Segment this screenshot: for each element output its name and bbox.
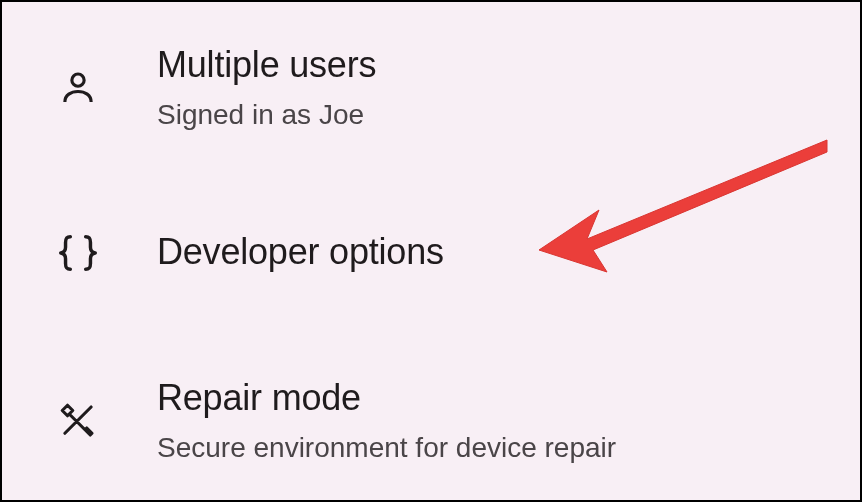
- settings-item-subtitle: Secure environment for device repair: [157, 430, 616, 466]
- user-icon: [50, 60, 105, 115]
- settings-item-text: Multiple users Signed in as Joe: [157, 42, 376, 133]
- settings-item-title: Repair mode: [157, 375, 616, 422]
- tools-icon: [50, 393, 105, 448]
- settings-item-title: Developer options: [157, 229, 444, 276]
- settings-item-developer-options[interactable]: Developer options: [2, 225, 860, 280]
- settings-item-text: Developer options: [157, 229, 444, 276]
- braces-icon: [50, 225, 105, 280]
- settings-item-multiple-users[interactable]: Multiple users Signed in as Joe: [2, 42, 860, 133]
- settings-item-text: Repair mode Secure environment for devic…: [157, 375, 616, 466]
- settings-item-subtitle: Signed in as Joe: [157, 97, 376, 133]
- settings-item-title: Multiple users: [157, 42, 376, 89]
- settings-item-repair-mode[interactable]: Repair mode Secure environment for devic…: [2, 375, 860, 466]
- svg-point-0: [71, 74, 83, 86]
